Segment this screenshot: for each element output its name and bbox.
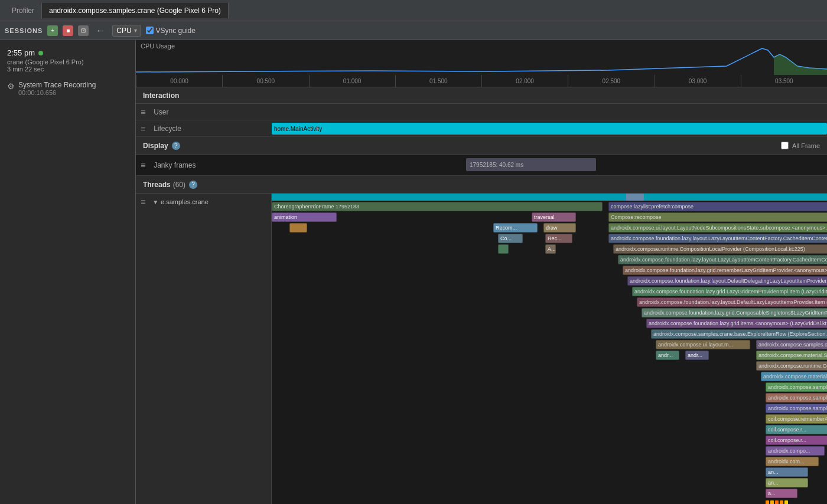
co-item[interactable]: Co... xyxy=(498,234,523,243)
activity-bar[interactable]: home.MainActivity xyxy=(272,123,827,135)
device-name: crane (Google Pixel 6 Pro) xyxy=(7,58,128,66)
expand-triangle[interactable]: ▼ xyxy=(152,199,158,205)
vsync-label-text: VSync guide xyxy=(156,27,196,35)
top-bar: Profiler androidx.compose.samples.crane … xyxy=(0,0,827,21)
lazy-grid-items-anonymous[interactable]: androidx.compose.foundation.lazy.grid.it… xyxy=(646,319,827,328)
mini-bar-3 xyxy=(775,500,779,504)
display-title: Display xyxy=(143,142,168,150)
content-area: CPU Usage 00.000 00.500 01.000 01.500 02… xyxy=(136,40,827,504)
rec-item[interactable]: Rec... xyxy=(545,234,572,243)
explore-l-1[interactable]: androidx.compose.samples.crane.base.Expl… xyxy=(766,382,827,392)
explore-item-row[interactable]: androidx.compose.samples.crane.base.Expl… xyxy=(651,329,827,339)
add-session-button[interactable]: + xyxy=(47,25,58,36)
tab-app[interactable]: androidx.compose.samples.crane (Google P… xyxy=(42,3,229,18)
tick-4: 02.000 xyxy=(481,75,568,87)
layout-node-subcomp[interactable]: androidx.compose.ui.layout.LayoutNodeSub… xyxy=(608,223,827,233)
ui-layout-m[interactable]: androidx.compose.ui.layout.m... xyxy=(656,340,750,349)
user-track: ≡ User xyxy=(136,104,827,120)
explore-image-container[interactable]: androidx.compose.samples.crane.base.Expl… xyxy=(756,340,827,349)
small-item-1[interactable] xyxy=(289,223,307,233)
androidx-com-1[interactable]: androidx.com... xyxy=(766,457,819,466)
user-track-content xyxy=(272,104,827,120)
thread-top-gap xyxy=(626,194,644,201)
mini-bars xyxy=(766,500,788,504)
androidx-compo-2[interactable]: androidx.compo... xyxy=(766,446,825,456)
composable-singletons[interactable]: androidx.compose.foundation.lazy.grid.Co… xyxy=(642,308,827,318)
compose-recompose[interactable]: Compose:recompose xyxy=(608,212,827,222)
janky-value[interactable]: 17952185: 40.62 ms xyxy=(466,158,596,171)
interaction-header: Interaction xyxy=(136,87,827,104)
coil-compose-r-1[interactable]: coil.compose.r... xyxy=(766,425,827,434)
display-header: Display ? All Frame xyxy=(136,137,827,155)
all-frames-checkbox[interactable] xyxy=(781,142,789,149)
cpu-graph xyxy=(136,45,827,75)
tick-7: 03.500 xyxy=(741,75,827,87)
menu-icon-lifecycle[interactable]: ≡ xyxy=(141,124,145,133)
coil-compose-r-2[interactable]: coil.compose.r... xyxy=(766,436,827,445)
threads-count: (60) xyxy=(173,181,185,189)
sidebar: 2:55 pm crane (Google Pixel 6 Pro) 3 min… xyxy=(0,40,136,504)
tick-0: 00.000 xyxy=(136,75,222,87)
thread-name: ≡ ▼ e.samples.crane xyxy=(141,197,266,207)
tick-1: 00.500 xyxy=(222,75,308,87)
stop-button[interactable]: ■ xyxy=(63,25,73,36)
lazy-layout-item-factory[interactable]: androidx.compose.foundation.lazy.layout.… xyxy=(608,234,827,243)
composition-local-provider[interactable]: androidx.compose.runtime.CompositionLoca… xyxy=(613,244,827,254)
info-icon[interactable]: ? xyxy=(172,142,180,150)
thread-label: e.samples.crane xyxy=(161,198,209,205)
session-time: 2:55 pm xyxy=(7,48,128,57)
sessions-label: SESSIONS xyxy=(5,27,43,34)
svg-marker-0 xyxy=(774,54,827,75)
thread-area: ≡ ▼ e.samples.crane Choreographer#doFram… xyxy=(136,194,827,504)
an-2[interactable]: an... xyxy=(766,478,808,487)
choreographer-frame[interactable]: Choreographer#doFrame 17952183 xyxy=(272,202,603,211)
andr-1[interactable]: andr... xyxy=(656,351,679,360)
trace-recording-item[interactable]: ⚙ System Trace Recording 00:00:10.656 xyxy=(0,76,135,101)
explore-l-2[interactable]: androidx.compose.samples.crane.base.Expl… xyxy=(766,404,827,413)
material-surface[interactable]: androidx.compose.material.Surface (Surfa… xyxy=(756,351,827,360)
andr-2[interactable]: andr... xyxy=(685,351,709,360)
explore-it[interactable]: androidx.compose.samples.crane.base.Expl… xyxy=(766,393,827,402)
menu-icon-janky[interactable]: ≡ xyxy=(141,161,145,170)
menu-icon-thread[interactable]: ≡ xyxy=(141,197,145,207)
cpu-label: CPU xyxy=(116,27,131,35)
traversal-item[interactable]: traversal xyxy=(532,212,576,222)
recom-item[interactable]: Recom... xyxy=(493,223,538,233)
default-lazy-layout-items[interactable]: androidx.compose.foundation.lazy.layout.… xyxy=(637,297,827,307)
animation-item[interactable]: animation xyxy=(272,212,337,222)
janky-frames-label: ≡ Janky frames xyxy=(136,161,272,170)
lifecycle-track-content: home.MainActivity xyxy=(272,120,827,136)
thread-canvas[interactable]: Choreographer#doFrame 17952183 compose:l… xyxy=(272,194,827,504)
vsync-checkbox[interactable] xyxy=(146,27,154,34)
back-arrow[interactable]: ← xyxy=(93,25,108,36)
draw-item[interactable]: draw xyxy=(543,223,576,233)
small-item-3[interactable]: A... xyxy=(545,244,556,254)
threads-title: Threads xyxy=(143,181,171,189)
remember-lazy-grid[interactable]: androidx.compose.foundation.lazy.grid.re… xyxy=(623,266,827,275)
dump-button[interactable]: ⊡ xyxy=(78,25,89,36)
mini-bar-2 xyxy=(770,500,774,504)
default-delegating[interactable]: androidx.compose.foundation.lazy.layout.… xyxy=(627,276,827,286)
small-item-2[interactable] xyxy=(498,244,509,254)
session-item: 2:55 pm crane (Google Pixel 6 Pro) 3 min… xyxy=(0,45,135,76)
janky-frames-row: ≡ Janky frames 17952185: 40.62 ms xyxy=(136,155,827,176)
prefetch-compose[interactable]: compose:lazylist:prefetch:compose xyxy=(608,202,827,211)
coil-remember-async[interactable]: coil.compose.rememberAsyncImagePainter (… xyxy=(766,414,827,424)
cpu-dropdown[interactable]: CPU ▾ xyxy=(112,25,141,37)
thread-top-bar xyxy=(272,194,827,201)
material-surface-anonymous[interactable]: androidx.compose.material.Surface.<anony… xyxy=(761,372,827,381)
a-1[interactable]: a... xyxy=(766,489,797,498)
lazy-grid-item-provider[interactable]: androidx.compose.foundation.lazy.grid.La… xyxy=(632,287,827,296)
threads-info-icon[interactable]: ? xyxy=(189,181,197,189)
gear-icon: ⚙ xyxy=(7,81,15,91)
vsync-toggle[interactable]: VSync guide xyxy=(146,27,196,35)
mini-bar-5 xyxy=(784,500,788,504)
menu-icon-user[interactable]: ≡ xyxy=(141,107,145,117)
cached-item-content[interactable]: androidx.compose.foundation.lazy.layout.… xyxy=(618,255,827,264)
recording-name: System Trace Recording xyxy=(18,81,96,89)
an-1[interactable]: an... xyxy=(766,467,808,477)
lifecycle-track: ≡ Lifecycle home.MainActivity xyxy=(136,120,827,137)
composition-local-provider-2[interactable]: androidx.compose.runtime.CompositionLoca… xyxy=(756,361,827,371)
tick-5: 02.500 xyxy=(568,75,654,87)
tab-profiler[interactable]: Profiler xyxy=(5,3,42,18)
